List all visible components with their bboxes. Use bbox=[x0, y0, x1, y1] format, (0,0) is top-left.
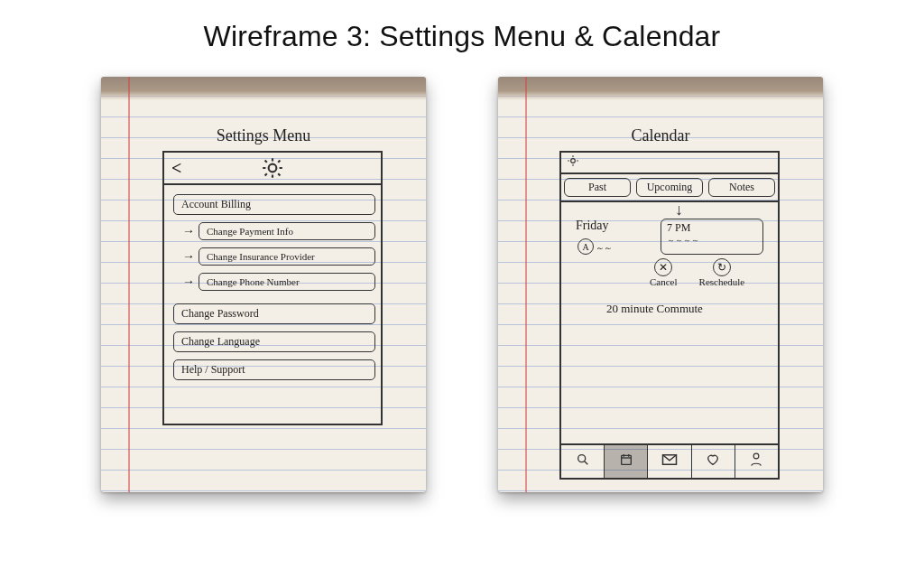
page-title: Wireframe 3: Settings Menu & Calendar bbox=[0, 0, 924, 53]
nav-calendar[interactable] bbox=[605, 445, 648, 478]
settings-sketch-title: Settings Menu bbox=[101, 126, 426, 145]
gear-icon[interactable] bbox=[567, 154, 579, 171]
arrow-right-icon: → bbox=[182, 275, 195, 289]
reschedule-button[interactable]: ↻ Reschedule bbox=[699, 258, 745, 287]
menu-change-phone[interactable]: Change Phone Number bbox=[199, 273, 375, 291]
calendar-icon bbox=[619, 452, 633, 471]
nav-profile[interactable] bbox=[735, 445, 778, 478]
calendar-sketch-title: Calendar bbox=[498, 126, 823, 145]
menu-change-payment[interactable]: Change Payment Info bbox=[199, 222, 375, 240]
settings-header: < bbox=[164, 153, 381, 185]
calendar-sheet: Calendar Past Upcoming Notes ↓ Friday A … bbox=[498, 77, 823, 492]
commute-note: 20 minute Commute bbox=[606, 302, 703, 316]
person-icon bbox=[750, 452, 762, 471]
avatar-icon[interactable]: A bbox=[578, 238, 594, 255]
cancel-button[interactable]: ✕ Cancel bbox=[650, 258, 678, 287]
day-label: Friday bbox=[576, 219, 609, 233]
svg-rect-4 bbox=[621, 455, 631, 464]
back-button[interactable]: < bbox=[171, 158, 181, 179]
cancel-icon: ✕ bbox=[654, 258, 672, 276]
svg-point-0 bbox=[269, 164, 277, 172]
menu-change-password[interactable]: Change Password bbox=[173, 303, 375, 324]
wireframe-stage: Settings Menu < Account Billing → Change… bbox=[0, 77, 924, 492]
arrow-down-icon: ↓ bbox=[675, 200, 683, 219]
svg-point-9 bbox=[754, 453, 760, 459]
calendar-tabs: Past Upcoming Notes bbox=[561, 174, 778, 202]
arrow-right-icon: → bbox=[182, 224, 195, 238]
nav-search[interactable] bbox=[561, 445, 605, 478]
menu-change-language[interactable]: Change Language bbox=[173, 331, 375, 352]
svg-point-1 bbox=[571, 159, 576, 163]
menu-help-support[interactable]: Help / Support bbox=[173, 359, 375, 380]
appointment-detail-placeholder: ～～～～ bbox=[667, 235, 757, 247]
arrow-right-icon: → bbox=[182, 249, 195, 264]
tab-past[interactable]: Past bbox=[564, 178, 631, 197]
calendar-body: ↓ Friday A ～～ 7 PM ～～～～ ✕ Cancel ↻ Resch… bbox=[561, 202, 778, 430]
settings-phone-frame: < Account Billing → Change Payment Info … bbox=[162, 151, 383, 425]
reschedule-icon: ↻ bbox=[713, 258, 731, 276]
search-icon bbox=[576, 452, 590, 471]
appointment-card[interactable]: 7 PM ～～～～ bbox=[661, 219, 763, 255]
settings-sheet: Settings Menu < Account Billing → Change… bbox=[101, 77, 426, 492]
heart-icon bbox=[706, 452, 720, 471]
gear-icon[interactable] bbox=[261, 156, 284, 183]
bottom-nav bbox=[561, 443, 778, 478]
menu-change-insurance[interactable]: Change Insurance Provider bbox=[199, 247, 375, 266]
tab-notes[interactable]: Notes bbox=[708, 178, 775, 197]
cancel-label: Cancel bbox=[650, 276, 678, 287]
calendar-phone-frame: Past Upcoming Notes ↓ Friday A ～～ 7 PM ～… bbox=[559, 151, 780, 480]
nav-mail[interactable] bbox=[648, 445, 691, 478]
tab-upcoming[interactable]: Upcoming bbox=[636, 178, 703, 197]
avatar-name-placeholder: ～～ bbox=[596, 242, 612, 255]
menu-account-billing[interactable]: Account Billing bbox=[173, 194, 375, 215]
svg-point-2 bbox=[578, 455, 585, 462]
svg-line-3 bbox=[584, 461, 587, 465]
nav-favorites[interactable] bbox=[692, 445, 735, 478]
appointment-time: 7 PM bbox=[667, 221, 757, 235]
mail-icon bbox=[661, 453, 678, 470]
reschedule-label: Reschedule bbox=[699, 276, 745, 287]
